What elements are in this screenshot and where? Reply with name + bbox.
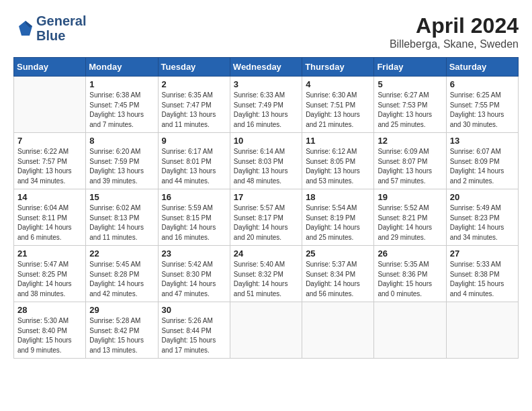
day-detail: Sunrise: 5:30 AM Sunset: 8:40 PM Dayligh… — [17, 316, 82, 355]
day-detail: Sunrise: 5:42 AM Sunset: 8:30 PM Dayligh… — [162, 260, 226, 299]
day-detail: Sunrise: 6:12 AM Sunset: 8:05 PM Dayligh… — [306, 147, 370, 186]
week-row-1: 1Sunrise: 6:38 AM Sunset: 7:45 PM Daylig… — [14, 77, 519, 133]
day-detail: Sunrise: 5:40 AM Sunset: 8:32 PM Dayligh… — [234, 260, 298, 299]
day-number: 6 — [450, 79, 515, 89]
day-header-thursday: Thursday — [302, 58, 374, 77]
day-number: 3 — [234, 79, 298, 89]
title-block: April 2024 Billeberga, Skane, Sweden — [390, 13, 519, 50]
day-number: 25 — [306, 248, 370, 259]
day-cell: 18Sunrise: 5:54 AM Sunset: 8:19 PM Dayli… — [302, 189, 374, 246]
day-number: 8 — [89, 136, 154, 146]
day-detail: Sunrise: 6:22 AM Sunset: 7:57 PM Dayligh… — [17, 147, 82, 186]
day-number: 30 — [162, 305, 226, 315]
week-row-2: 7Sunrise: 6:22 AM Sunset: 7:57 PM Daylig… — [14, 133, 519, 189]
day-detail: Sunrise: 6:17 AM Sunset: 8:01 PM Dayligh… — [162, 147, 226, 186]
month-title: April 2024 — [390, 13, 519, 38]
day-cell — [446, 302, 518, 359]
day-number: 20 — [450, 192, 515, 202]
day-cell: 21Sunrise: 5:47 AM Sunset: 8:25 PM Dayli… — [14, 246, 86, 302]
page-header: General Blue April 2024 Billeberga, Skan… — [13, 13, 519, 50]
day-header-monday: Monday — [86, 58, 158, 77]
day-number: 12 — [378, 136, 442, 146]
day-number: 1 — [89, 79, 154, 89]
day-detail: Sunrise: 6:20 AM Sunset: 7:59 PM Dayligh… — [89, 147, 154, 186]
day-detail: Sunrise: 6:27 AM Sunset: 7:53 PM Dayligh… — [378, 91, 442, 130]
day-number: 21 — [17, 248, 82, 259]
day-number: 7 — [17, 136, 82, 146]
day-number: 10 — [234, 136, 298, 146]
day-cell: 9Sunrise: 6:17 AM Sunset: 8:01 PM Daylig… — [158, 133, 230, 189]
day-cell: 15Sunrise: 6:02 AM Sunset: 8:13 PM Dayli… — [86, 189, 158, 246]
day-cell: 11Sunrise: 6:12 AM Sunset: 8:05 PM Dayli… — [302, 133, 374, 189]
day-detail: Sunrise: 6:04 AM Sunset: 8:11 PM Dayligh… — [17, 203, 82, 242]
day-number: 24 — [234, 248, 298, 259]
day-number: 28 — [17, 305, 82, 315]
day-detail: Sunrise: 5:33 AM Sunset: 8:38 PM Dayligh… — [450, 260, 515, 299]
logo-text: General Blue — [36, 13, 86, 43]
day-cell — [302, 302, 374, 359]
day-number: 2 — [162, 79, 226, 89]
day-number: 16 — [162, 192, 226, 202]
day-number: 27 — [450, 248, 515, 259]
day-cell: 26Sunrise: 5:35 AM Sunset: 8:36 PM Dayli… — [374, 246, 446, 302]
day-header-saturday: Saturday — [446, 58, 518, 77]
day-detail: Sunrise: 5:54 AM Sunset: 8:19 PM Dayligh… — [306, 203, 370, 242]
day-number: 4 — [306, 79, 370, 89]
day-detail: Sunrise: 6:25 AM Sunset: 7:55 PM Dayligh… — [450, 91, 515, 130]
day-detail: Sunrise: 6:30 AM Sunset: 7:51 PM Dayligh… — [306, 91, 370, 130]
day-cell: 27Sunrise: 5:33 AM Sunset: 8:38 PM Dayli… — [446, 246, 518, 302]
day-header-tuesday: Tuesday — [158, 58, 230, 77]
day-detail: Sunrise: 6:33 AM Sunset: 7:49 PM Dayligh… — [234, 91, 298, 130]
day-detail: Sunrise: 6:07 AM Sunset: 8:09 PM Dayligh… — [450, 147, 515, 186]
day-cell: 24Sunrise: 5:40 AM Sunset: 8:32 PM Dayli… — [230, 246, 302, 302]
day-detail: Sunrise: 5:59 AM Sunset: 8:15 PM Dayligh… — [162, 203, 226, 242]
calendar-header-row: SundayMondayTuesdayWednesdayThursdayFrid… — [14, 58, 519, 77]
day-detail: Sunrise: 6:35 AM Sunset: 7:47 PM Dayligh… — [162, 91, 226, 130]
day-number: 17 — [234, 192, 298, 202]
day-number: 9 — [162, 136, 226, 146]
day-cell: 10Sunrise: 6:14 AM Sunset: 8:03 PM Dayli… — [230, 133, 302, 189]
day-detail: Sunrise: 6:02 AM Sunset: 8:13 PM Dayligh… — [89, 203, 154, 242]
day-cell: 20Sunrise: 5:49 AM Sunset: 8:23 PM Dayli… — [446, 189, 518, 246]
day-detail: Sunrise: 5:28 AM Sunset: 8:42 PM Dayligh… — [89, 316, 154, 355]
logo-icon — [13, 18, 34, 38]
week-row-3: 14Sunrise: 6:04 AM Sunset: 8:11 PM Dayli… — [14, 189, 519, 246]
day-header-wednesday: Wednesday — [230, 58, 302, 77]
day-cell: 17Sunrise: 5:57 AM Sunset: 8:17 PM Dayli… — [230, 189, 302, 246]
day-cell: 19Sunrise: 5:52 AM Sunset: 8:21 PM Dayli… — [374, 189, 446, 246]
day-cell: 16Sunrise: 5:59 AM Sunset: 8:15 PM Dayli… — [158, 189, 230, 246]
day-header-sunday: Sunday — [14, 58, 86, 77]
day-detail: Sunrise: 6:09 AM Sunset: 8:07 PM Dayligh… — [378, 147, 442, 186]
day-detail: Sunrise: 5:47 AM Sunset: 8:25 PM Dayligh… — [17, 260, 82, 299]
day-number: 29 — [89, 305, 154, 315]
day-cell — [14, 77, 86, 133]
day-detail: Sunrise: 5:49 AM Sunset: 8:23 PM Dayligh… — [450, 203, 515, 242]
day-cell: 29Sunrise: 5:28 AM Sunset: 8:42 PM Dayli… — [86, 302, 158, 359]
day-cell: 14Sunrise: 6:04 AM Sunset: 8:11 PM Dayli… — [14, 189, 86, 246]
day-detail: Sunrise: 5:26 AM Sunset: 8:44 PM Dayligh… — [162, 316, 226, 355]
day-detail: Sunrise: 5:45 AM Sunset: 8:28 PM Dayligh… — [89, 260, 154, 299]
day-cell: 4Sunrise: 6:30 AM Sunset: 7:51 PM Daylig… — [302, 77, 374, 133]
day-cell — [230, 302, 302, 359]
day-cell: 22Sunrise: 5:45 AM Sunset: 8:28 PM Dayli… — [86, 246, 158, 302]
day-cell: 25Sunrise: 5:37 AM Sunset: 8:34 PM Dayli… — [302, 246, 374, 302]
day-cell: 7Sunrise: 6:22 AM Sunset: 7:57 PM Daylig… — [14, 133, 86, 189]
day-detail: Sunrise: 6:38 AM Sunset: 7:45 PM Dayligh… — [89, 91, 154, 130]
day-number: 11 — [306, 136, 370, 146]
week-row-5: 28Sunrise: 5:30 AM Sunset: 8:40 PM Dayli… — [14, 302, 519, 359]
day-cell: 6Sunrise: 6:25 AM Sunset: 7:55 PM Daylig… — [446, 77, 518, 133]
day-detail: Sunrise: 5:52 AM Sunset: 8:21 PM Dayligh… — [378, 203, 442, 242]
day-cell: 1Sunrise: 6:38 AM Sunset: 7:45 PM Daylig… — [86, 77, 158, 133]
day-detail: Sunrise: 5:37 AM Sunset: 8:34 PM Dayligh… — [306, 260, 370, 299]
day-number: 14 — [17, 192, 82, 202]
day-number: 26 — [378, 248, 442, 259]
day-number: 13 — [450, 136, 515, 146]
day-cell — [374, 302, 446, 359]
day-number: 19 — [378, 192, 442, 202]
logo: General Blue — [13, 13, 86, 43]
day-cell: 13Sunrise: 6:07 AM Sunset: 8:09 PM Dayli… — [446, 133, 518, 189]
day-detail: Sunrise: 6:14 AM Sunset: 8:03 PM Dayligh… — [234, 147, 298, 186]
day-cell: 3Sunrise: 6:33 AM Sunset: 7:49 PM Daylig… — [230, 77, 302, 133]
day-number: 22 — [89, 248, 154, 259]
day-header-friday: Friday — [374, 58, 446, 77]
